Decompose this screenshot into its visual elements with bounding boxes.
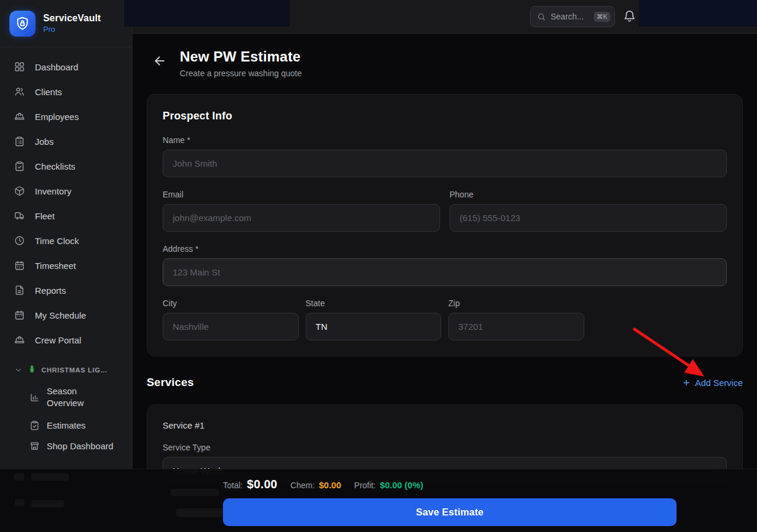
package-icon xyxy=(14,186,25,196)
sidebar-item-jobs[interactable]: Jobs xyxy=(0,129,132,154)
obscured-form-content xyxy=(170,489,219,496)
sidebar-item-fleet[interactable]: Fleet xyxy=(0,203,132,228)
sidebar-item-clients[interactable]: Clients xyxy=(0,79,132,104)
grid-spacer xyxy=(591,299,727,340)
keyboard-shortcut-badge: ⌘K xyxy=(594,12,610,22)
sidebar-item-label: Employees xyxy=(35,112,79,122)
sidebar-item-reports[interactable]: Reports xyxy=(0,278,132,303)
sidebar-item-label: Inventory xyxy=(35,186,72,196)
obscured-sidebar-item xyxy=(31,473,69,481)
users-icon xyxy=(14,86,25,97)
profit-value: $0.00 (0%) xyxy=(380,480,423,490)
header-navy-panel-left xyxy=(124,0,290,27)
phone-label: Phone xyxy=(449,190,727,199)
chem-value: $0.00 xyxy=(319,480,341,490)
calendar-icon xyxy=(14,260,25,271)
chevron-down-icon xyxy=(14,366,22,374)
sidebar: ServiceVault Pro Dashboard Clients Emplo… xyxy=(0,0,132,532)
sidebar-item-timesheet[interactable]: Timesheet xyxy=(0,253,132,278)
email-field-group: Email xyxy=(163,190,440,232)
hard-hat-icon xyxy=(14,111,25,122)
email-label: Email xyxy=(163,190,440,199)
sidebar-item-label: Timesheet xyxy=(35,261,76,271)
back-arrow-icon[interactable] xyxy=(153,54,167,68)
sidebar-item-label: Jobs xyxy=(35,137,54,147)
sidebar-item-season-overview[interactable]: Season Overview xyxy=(0,380,132,415)
page-subtitle: Create a pressure washing quote xyxy=(180,69,302,78)
hard-hat-icon xyxy=(14,335,25,345)
plus-icon xyxy=(682,378,691,387)
sidebar-item-label: Season Overview xyxy=(47,385,101,410)
header-navy-panel-right xyxy=(639,0,757,27)
save-estimate-button[interactable]: Save Estimate xyxy=(223,498,677,526)
clipboard-list-icon xyxy=(14,136,25,147)
state-field[interactable] xyxy=(306,313,442,340)
prospect-heading: Prospect Info xyxy=(163,110,727,122)
sidebar-item-label: My Schedule xyxy=(35,310,86,320)
footer-inner: Total: $0.00 Chem: $0.00 Profit: $0.00 (… xyxy=(223,469,677,526)
sidebar-item-estimates[interactable]: Estimates xyxy=(0,415,132,436)
notifications-bell-icon[interactable] xyxy=(623,9,636,23)
service-type-label: Service Type xyxy=(163,443,727,452)
chem-label: Chem: xyxy=(290,481,315,490)
sidebar-item-my-schedule[interactable]: My Schedule xyxy=(0,303,132,327)
search-input[interactable] xyxy=(551,12,589,21)
sidebar-item-inventory[interactable]: Inventory xyxy=(0,179,132,203)
total-value: $0.00 xyxy=(247,478,277,491)
obscured-sidebar-item xyxy=(15,499,24,506)
services-heading: Services xyxy=(147,376,194,389)
address-label: Address * xyxy=(163,244,727,254)
page-title: New PW Estimate xyxy=(180,48,302,65)
address-field[interactable] xyxy=(163,258,727,286)
sidebar-item-time-clock[interactable]: Time Clock xyxy=(0,228,132,253)
obscured-sidebar-item xyxy=(14,473,24,481)
address-field-group: Address * xyxy=(163,244,727,286)
zip-field[interactable] xyxy=(448,313,584,340)
state-field-group: State xyxy=(306,299,442,340)
sidebar-item-checklists[interactable]: Checklists xyxy=(0,154,132,179)
city-state-zip-row: City State Zip xyxy=(163,299,727,340)
bar-chart-icon xyxy=(30,392,40,403)
phone-field[interactable] xyxy=(449,204,727,232)
city-field[interactable] xyxy=(163,313,299,340)
zip-label: Zip xyxy=(448,299,584,308)
city-field-group: City xyxy=(163,299,299,340)
global-search[interactable]: ⌘K xyxy=(530,6,615,27)
sidebar-item-label: Shop Dashboard xyxy=(47,441,114,451)
sidebar-item-label: Fleet xyxy=(35,211,54,221)
sidebar-section-label: CHRISTMAS LIG… xyxy=(41,366,108,374)
brand: ServiceVault Pro xyxy=(0,0,132,47)
city-label: City xyxy=(163,299,299,308)
email-field[interactable] xyxy=(163,204,440,232)
sidebar-section-christmas-lights[interactable]: CHRISTMAS LIG… xyxy=(0,360,132,380)
clock-icon xyxy=(14,235,25,246)
email-phone-row: Email Phone xyxy=(163,190,727,232)
name-label: Name * xyxy=(163,135,727,145)
sidebar-item-label: Crew Portal xyxy=(35,335,81,345)
sidebar-item-label: Estimates xyxy=(47,420,86,430)
brand-tier: Pro xyxy=(43,25,101,34)
truck-icon xyxy=(14,210,25,221)
obscured-sidebar-item xyxy=(31,500,64,507)
sidebar-item-shop-dashboard[interactable]: Shop Dashboard xyxy=(0,436,132,456)
sidebar-item-label: Checklists xyxy=(35,161,75,171)
sidebar-nav: Dashboard Clients Employees Jobs Checkli… xyxy=(0,47,132,456)
sidebar-item-label: Time Clock xyxy=(35,236,79,246)
name-field[interactable] xyxy=(163,150,727,177)
name-field-group: Name * xyxy=(163,135,727,177)
phone-field-group: Phone xyxy=(449,190,727,232)
search-icon xyxy=(537,12,546,21)
store-icon xyxy=(30,441,40,451)
file-text-icon xyxy=(14,285,25,296)
sidebar-item-label: Reports xyxy=(35,286,66,296)
main-content: New PW Estimate Create a pressure washin… xyxy=(132,34,757,532)
add-service-button[interactable]: Add Service xyxy=(682,378,743,388)
sidebar-item-label: Dashboard xyxy=(35,62,78,72)
total-label: Total: xyxy=(223,481,242,490)
shield-lock-logo-icon xyxy=(9,11,35,37)
sidebar-item-crew-portal[interactable]: Crew Portal xyxy=(0,327,132,352)
clipboard-check-icon xyxy=(14,161,25,171)
sidebar-item-employees[interactable]: Employees xyxy=(0,104,132,129)
state-label: State xyxy=(306,299,442,308)
sidebar-item-dashboard[interactable]: Dashboard xyxy=(0,54,132,79)
